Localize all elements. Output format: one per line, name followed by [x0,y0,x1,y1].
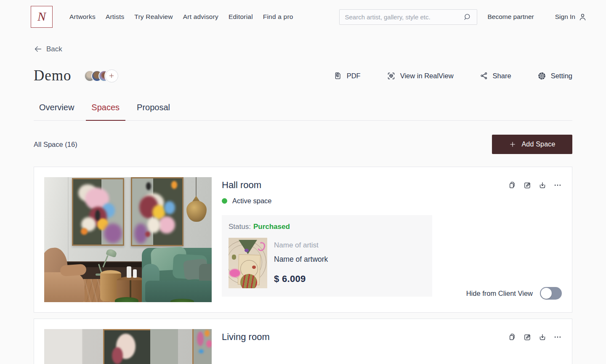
download-icon[interactable] [538,181,547,189]
pdf-label: PDF [347,72,361,80]
room-photo-gallery-wall [44,329,212,364]
spaces-header-row: All Space (16) Add Space [34,135,572,154]
copy-icon[interactable] [508,333,516,341]
artwork-status-box: Status:Purchased [222,215,432,297]
hide-from-client-label: Hide from Client View [466,290,533,298]
hide-from-client-row: Hide from Client View [466,287,562,300]
share-label: Share [493,72,511,80]
page-title: Demo [34,67,72,84]
all-space-count-label: All Space (16) [34,141,77,149]
space-card-hall-room: Hall room [34,167,572,313]
setting-button[interactable]: Setting [537,72,572,80]
artwork-price: $ 6.009 [274,274,328,284]
nav-item-artworks[interactable]: Artworks [69,13,96,21]
active-dot-icon [222,198,227,204]
status-value: Purchased [253,223,290,231]
space-card-actions [508,329,562,341]
edit-icon[interactable] [523,181,532,189]
tab-overview[interactable]: Overview [34,103,80,120]
become-partner-link[interactable]: Become partner [487,13,534,21]
space-card-living-room: Living room [34,319,572,364]
brand-logo[interactable]: N [31,6,53,28]
user-icon [578,13,587,21]
add-space-button[interactable]: Add Space [492,135,572,154]
artist-name: Name of artist [274,241,328,250]
project-tabs: Overview Spaces Proposal [34,103,572,121]
abstract-painting-left [72,178,124,246]
active-space-label: Active space [232,197,272,205]
main-nav: Artworks Artists Try Realview Art adviso… [69,13,293,21]
pdf-file-icon [334,72,342,80]
sign-in-label: Sign In [555,13,575,21]
artwork-thumbnail[interactable] [229,238,267,288]
nav-item-find-a-pro[interactable]: Find a pro [263,13,293,21]
room-photo-living-scene [44,177,212,302]
sign-in-button[interactable]: Sign In [555,13,587,21]
space-card-actions [508,177,562,189]
abstract-painting [192,329,212,364]
arrow-left-icon [34,45,43,53]
plant [115,297,138,302]
hide-from-client-toggle[interactable] [540,287,562,300]
search-input[interactable] [345,13,463,21]
add-collaborator-button[interactable] [105,69,118,82]
collaborator-avatars [84,69,118,82]
nav-item-artists[interactable]: Artists [106,13,124,21]
space-status-row: Active space [222,197,562,205]
tab-proposal[interactable]: Proposal [131,103,176,120]
space-title: Living room [222,329,270,343]
more-icon[interactable] [553,333,562,341]
toggle-knob [541,288,552,299]
more-icon[interactable] [553,181,562,189]
artwork-name: Name of artwork [274,255,328,264]
share-button[interactable]: Share [480,72,511,80]
project-actions: PDF View in RealView Share Setting [334,72,572,80]
abstract-painting-right [131,177,183,246]
edit-icon[interactable] [523,333,532,341]
nav-item-editorial[interactable]: Editorial [229,13,253,21]
back-button[interactable]: Back [34,45,62,53]
tab-spaces[interactable]: Spaces [86,103,125,120]
space-photo[interactable] [44,177,212,302]
download-icon[interactable] [538,333,547,341]
space-photo[interactable] [44,329,212,364]
logo-monogram-icon: N [37,10,46,23]
plant [170,299,194,302]
search-icon[interactable] [463,13,472,21]
pendant-lamp [186,201,207,222]
view-in-realview-button[interactable]: View in RealView [387,72,454,80]
realview-cube-icon [387,72,396,80]
search-box[interactable] [339,9,477,25]
top-navigation-bar: N Artworks Artists Try Realview Art advi… [0,0,606,34]
plus-icon [108,72,115,79]
pdf-button[interactable]: PDF [334,72,361,80]
plus-icon [509,141,516,148]
gear-icon [537,72,546,80]
back-label: Back [46,45,62,53]
setting-label: Setting [551,72,572,80]
share-icon [480,72,488,80]
add-space-label: Add Space [521,141,555,148]
project-title-row: Demo PDF View in RealView [34,67,572,84]
nav-item-try-realview[interactable]: Try Realview [134,13,173,21]
space-title: Hall room [222,177,261,191]
project-page: Back Demo PDF View in RealView [34,45,572,364]
status-prefix-label: Status: [229,223,251,231]
nav-item-art-advisory[interactable]: Art advisory [183,13,218,21]
view-in-realview-label: View in RealView [400,72,454,80]
copy-icon[interactable] [508,181,516,189]
